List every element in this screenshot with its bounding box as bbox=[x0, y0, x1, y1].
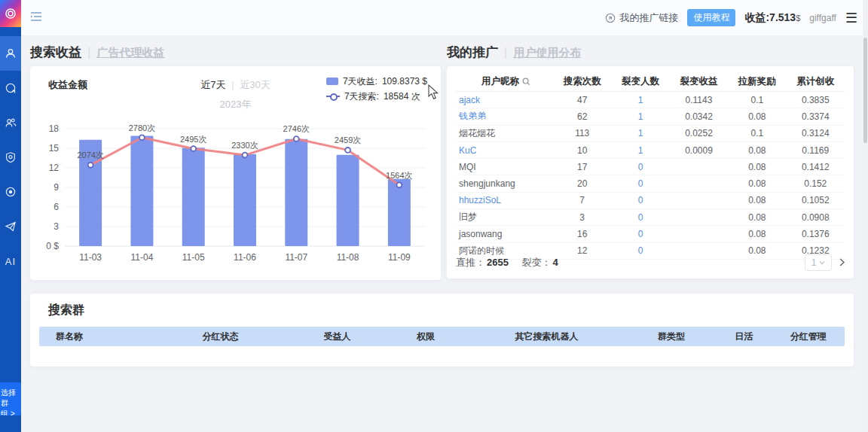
y-axis-tick: 18 bbox=[49, 123, 60, 134]
sidebar-item-ai[interactable]: AI bbox=[0, 244, 21, 278]
select-group-floating-badge[interactable]: 选择群 组 > bbox=[0, 382, 21, 415]
fission-count-cell[interactable]: 1 bbox=[611, 95, 669, 105]
scrollbar[interactable] bbox=[863, 0, 868, 432]
table-row: 钱弟弟6210.03420.080.3374 bbox=[456, 108, 845, 125]
col-header-beneficiary[interactable]: 受益人 bbox=[289, 330, 385, 343]
fission-label: 裂变： bbox=[522, 257, 552, 268]
bar[interactable] bbox=[234, 154, 256, 246]
col-header-permission[interactable]: 权限 bbox=[386, 330, 466, 343]
menu-fold-icon[interactable] bbox=[30, 11, 42, 25]
line-point-label: 2780次 bbox=[129, 123, 155, 132]
tab-ad-agency-revenue[interactable]: 广告代理收益 bbox=[96, 46, 164, 60]
fission-count-cell[interactable]: 0 bbox=[611, 212, 669, 223]
legend-search[interactable]: 7天搜索: 18584 次 bbox=[326, 89, 427, 104]
line-point[interactable] bbox=[139, 135, 145, 140]
col-header-referral-reward[interactable]: 拉新奖励 bbox=[728, 75, 786, 88]
col-header-fission-users[interactable]: 裂变人数 bbox=[611, 75, 669, 88]
fission-count-cell[interactable]: 0 bbox=[611, 195, 669, 205]
totals: 直推：2655 裂变：4 bbox=[456, 256, 569, 269]
search-count-cell: 20 bbox=[553, 178, 611, 189]
referral-reward-cell: 0.08 bbox=[728, 178, 786, 189]
tab-my-promotion[interactable]: 我的推广 bbox=[447, 44, 498, 61]
line-point-label: 2074次 bbox=[77, 151, 103, 160]
username: giffgaff bbox=[809, 13, 836, 23]
bar-legend-swatch-icon bbox=[326, 78, 338, 85]
col-header-other-bots[interactable]: 其它搜索机器人 bbox=[466, 330, 628, 343]
user-nickname: 烟花烟花 bbox=[456, 127, 553, 140]
promotion-table-body: ajack4710.11430.10.3835钱弟弟6210.03420.080… bbox=[456, 92, 845, 260]
bar[interactable] bbox=[130, 136, 153, 246]
referral-reward-cell: 0.08 bbox=[728, 111, 786, 122]
sidebar-item-security[interactable] bbox=[0, 140, 21, 175]
col-header-dividend-status[interactable]: 分红状态 bbox=[152, 330, 289, 343]
table-row: KuC1010.00090.080.1169 bbox=[456, 142, 845, 159]
nickname-header-label: 用户昵称 bbox=[481, 75, 519, 88]
bar-line-chart[interactable]: 1815129630 $2074次2780次2495次2330次2746次245… bbox=[30, 116, 441, 275]
col-header-dividend-manage[interactable]: 分红管理 bbox=[772, 330, 845, 343]
user-nickname[interactable]: ajack bbox=[456, 95, 553, 105]
y-axis-tick: 0 $ bbox=[46, 241, 59, 251]
user-nickname[interactable]: KuC bbox=[456, 145, 553, 156]
referral-reward-cell: 0.08 bbox=[728, 212, 786, 223]
fission-count-cell[interactable]: 1 bbox=[611, 128, 669, 138]
line-point-label: 1564次 bbox=[386, 171, 412, 180]
bar[interactable] bbox=[182, 148, 205, 246]
search-group-card: 搜索群 群名称 分红状态 受益人 权限 其它搜索机器人 群类型 日活 分红管理 bbox=[30, 294, 854, 367]
referral-reward-cell: 0.08 bbox=[728, 229, 786, 239]
search-icon[interactable] bbox=[522, 78, 530, 86]
line-point[interactable] bbox=[88, 163, 93, 168]
tab-search-revenue[interactable]: 搜索收益 bbox=[30, 44, 81, 61]
sidebar-item-telegram[interactable] bbox=[0, 209, 21, 244]
record-icon bbox=[5, 186, 17, 198]
tutorial-button[interactable]: 使用教程 bbox=[687, 9, 735, 26]
col-header-group-name[interactable]: 群名称 bbox=[39, 330, 152, 343]
legend-revenue[interactable]: 7天收益: 109.8373 $ bbox=[326, 74, 427, 89]
sidebar-item-service[interactable] bbox=[0, 71, 21, 105]
app-logo-icon[interactable] bbox=[0, 0, 21, 27]
sidebar-item-user[interactable] bbox=[0, 36, 21, 71]
fission-count-cell[interactable]: 1 bbox=[611, 145, 669, 156]
line-point[interactable] bbox=[396, 182, 402, 187]
line-point[interactable] bbox=[191, 146, 196, 151]
col-header-group-type[interactable]: 群类型 bbox=[627, 330, 716, 343]
col-header-searches[interactable]: 搜索次数 bbox=[553, 75, 611, 88]
hamburger-menu-icon[interactable]: ☰ bbox=[845, 11, 857, 25]
line-point[interactable] bbox=[294, 136, 299, 141]
sidebar-item-team[interactable] bbox=[0, 105, 21, 140]
sidebar-item-record[interactable] bbox=[0, 175, 21, 209]
total-revenue-cell: 0.3124 bbox=[787, 128, 845, 138]
bar[interactable] bbox=[337, 155, 359, 246]
next-page-button[interactable] bbox=[839, 257, 845, 269]
col-header-fission-revenue[interactable]: 裂变收益 bbox=[670, 75, 728, 88]
x-axis-tick: 11-03 bbox=[79, 252, 102, 263]
group-section-title: 搜索群 bbox=[48, 303, 84, 318]
line-point[interactable] bbox=[243, 153, 248, 158]
team-icon bbox=[5, 117, 17, 129]
tab-user-usage-distribution[interactable]: 用户使用分布 bbox=[513, 46, 581, 60]
user-nickname[interactable]: hhuzziSoL bbox=[456, 195, 553, 205]
x-axis-tick: 11-04 bbox=[131, 252, 154, 263]
revenue-value: 7.513 bbox=[769, 11, 796, 23]
line-point[interactable] bbox=[345, 148, 350, 153]
col-header-total-revenue[interactable]: 累计创收 bbox=[787, 75, 845, 88]
range-30days[interactable]: 近30天 bbox=[240, 79, 270, 90]
scrollbar-thumb[interactable] bbox=[863, 38, 867, 143]
bar[interactable] bbox=[388, 179, 411, 246]
search-count-cell: 62 bbox=[553, 111, 611, 122]
direct-label: 直推： bbox=[456, 257, 485, 268]
total-revenue-cell: 0.1376 bbox=[787, 229, 845, 239]
my-promo-link[interactable]: 我的推广链接 bbox=[605, 11, 678, 25]
fission-count-cell[interactable]: 0 bbox=[611, 178, 669, 189]
user-nickname[interactable]: 钱弟弟 bbox=[456, 110, 553, 123]
fission-count-cell[interactable]: 1 bbox=[611, 111, 669, 122]
chart-legend: 7天收益: 109.8373 $ 7天搜索: 18584 次 bbox=[326, 74, 427, 104]
fission-count-cell[interactable]: 0 bbox=[611, 229, 669, 239]
fission-count-cell[interactable]: 0 bbox=[611, 162, 669, 172]
fission-revenue-cell: 0.1143 bbox=[670, 95, 728, 105]
range-7days[interactable]: 近7天 bbox=[200, 79, 225, 90]
bar[interactable] bbox=[285, 139, 307, 246]
col-header-daily-active[interactable]: 日活 bbox=[716, 330, 772, 343]
col-header-nickname[interactable]: 用户昵称 bbox=[456, 75, 553, 88]
fission-revenue-cell: 0.0342 bbox=[670, 111, 728, 122]
page-select[interactable]: 1 bbox=[805, 254, 832, 271]
